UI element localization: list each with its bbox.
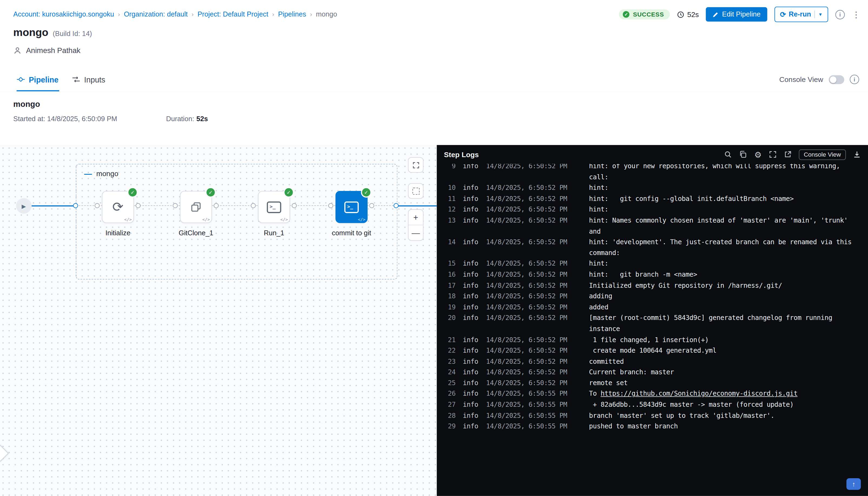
breadcrumb-pipelines[interactable]: Pipelines (278, 11, 306, 18)
log-line-number: 19 (448, 302, 456, 313)
log-download-icon[interactable] (853, 151, 861, 158)
log-timestamp: 14/8/2025, 6:50:52 PM (486, 280, 581, 291)
collapse-stage-icon[interactable]: — (84, 170, 92, 177)
log-level (463, 226, 479, 237)
log-row: 20info14/8/2025, 6:50:52 PM[master (root… (437, 313, 868, 324)
marquee-icon (412, 187, 420, 195)
clock-icon (677, 11, 685, 18)
info-icon[interactable]: i (835, 10, 845, 19)
log-level (463, 172, 479, 183)
log-row: and (437, 226, 868, 237)
log-level: info (463, 291, 479, 302)
log-line-number: 22 (448, 345, 456, 356)
breadcrumb-project[interactable]: Project: Default Project (198, 11, 268, 18)
tab-inputs[interactable]: Inputs (72, 67, 105, 91)
rerun-button[interactable]: ⟳ Re-run ▼ (774, 7, 828, 22)
log-link[interactable]: https://github.com/Sonichigo/economy-dis… (601, 390, 797, 398)
zoom-controls: + — (408, 209, 423, 241)
scroll-to-top-button[interactable]: ↑ (846, 478, 861, 490)
log-message: hint: of your new repositories, which wi… (589, 164, 840, 172)
canvas-select-button[interactable] (408, 183, 423, 199)
log-level (463, 248, 479, 259)
user-avatar-icon (13, 47, 22, 55)
author-name: Animesh Pathak (26, 47, 80, 55)
log-timestamp: 14/8/2025, 6:50:52 PM (486, 335, 581, 345)
console-view-button[interactable]: Console View (799, 149, 846, 160)
stage-name: mongo (13, 99, 40, 108)
node-label: GitClone_1 (171, 229, 221, 237)
status-label: SUCCESS (633, 11, 664, 18)
log-search-icon[interactable] (724, 151, 732, 158)
log-body[interactable]: 9info14/8/2025, 6:50:52 PMhint: of your … (437, 164, 868, 496)
console-view-toggle[interactable] (829, 75, 844, 84)
log-open-external-icon[interactable] (784, 151, 792, 158)
log-line-number: 27 (448, 400, 456, 410)
console-view-info-icon[interactable]: i (850, 75, 859, 84)
log-message: command: (589, 248, 620, 259)
stage-group-label: — mongo (84, 169, 118, 178)
toggle-knob (830, 76, 837, 83)
log-level: info (463, 410, 479, 421)
step-logs-panel: Step Logs ⚙ Console View (437, 145, 868, 496)
log-fullscreen-icon[interactable] (769, 151, 777, 158)
log-lines: 9info14/8/2025, 6:50:52 PMhint: of your … (437, 164, 868, 432)
pipeline-node-initialize[interactable]: ✓ ⟳ </> Initialize (93, 191, 143, 237)
code-icon: </> (124, 217, 132, 222)
log-line-number: 21 (448, 335, 456, 345)
left-drawer-handle[interactable] (0, 445, 9, 462)
pipeline-node-commit-to-git[interactable]: ✓ >_ </> commit to git (326, 191, 376, 237)
log-timestamp: 14/8/2025, 6:50:52 PM (486, 237, 581, 248)
code-icon: </> (280, 217, 288, 222)
log-row: 14info14/8/2025, 6:50:52 PMhint: 'develo… (437, 237, 868, 248)
canvas-fullscreen-button[interactable] (408, 157, 423, 173)
log-message: committed (589, 356, 624, 367)
success-check-icon: ✓ (623, 11, 630, 18)
step-success-icon: ✓ (128, 188, 137, 197)
log-line-number: 16 (448, 270, 456, 280)
log-row: 9info14/8/2025, 6:50:52 PMhint: of your … (437, 164, 868, 172)
log-row: command: (437, 248, 868, 259)
breadcrumb-account[interactable]: Account: kurosakiichigo.songoku (13, 11, 114, 18)
log-message: instance (589, 324, 620, 335)
log-row: instance (437, 324, 868, 335)
log-message: hint: 'development'. The just-created br… (589, 237, 852, 248)
stage-group-name: mongo (96, 169, 118, 178)
tab-pipeline[interactable]: Pipeline (16, 67, 59, 91)
pipeline-start-node[interactable]: ▶ (16, 198, 31, 214)
log-level: info (463, 421, 479, 432)
log-line-number: 12 (448, 204, 456, 215)
zoom-out-button[interactable]: — (408, 225, 423, 240)
log-copy-icon[interactable] (739, 151, 747, 158)
initialize-icon: ⟳ (112, 200, 123, 214)
log-row: 16info14/8/2025, 6:50:52 PMhint: git bra… (437, 270, 868, 280)
node-label: commit to git (326, 229, 376, 237)
log-timestamp: 14/8/2025, 6:50:52 PM (486, 204, 581, 215)
edit-pipeline-button[interactable]: Edit Pipeline (706, 7, 767, 22)
breadcrumb-separator: › (272, 11, 274, 18)
log-timestamp: 14/8/2025, 6:50:52 PM (486, 345, 581, 356)
log-level (463, 324, 479, 335)
header-actions: ✓ SUCCESS 52s Edit Pipeline ⟳ Re-run ▼ i… (619, 7, 860, 22)
log-timestamp: 14/8/2025, 6:50:52 PM (486, 259, 581, 269)
pipeline-node-run[interactable]: ✓ >_ </> Run_1 (249, 191, 299, 237)
log-message: call: (589, 172, 608, 183)
tab-pipeline-label: Pipeline (29, 75, 59, 84)
log-row: 21info14/8/2025, 6:50:52 PM 1 file chang… (437, 335, 868, 345)
log-timestamp (486, 324, 581, 335)
expand-icon (412, 161, 420, 169)
chevron-down-icon[interactable]: ▼ (818, 12, 823, 17)
terminal-icon: >_ (344, 201, 359, 213)
log-message: hint: Names commonly chosen instead of '… (589, 215, 848, 226)
zoom-in-button[interactable]: + (408, 210, 423, 225)
pipeline-node-gitclone[interactable]: ✓ </> GitClone_1 (171, 191, 221, 237)
log-settings-icon[interactable]: ⚙ (754, 150, 762, 159)
log-row: 22info14/8/2025, 6:50:52 PM create mode … (437, 345, 868, 356)
tab-inputs-label: Inputs (84, 75, 105, 84)
log-timestamp (486, 248, 581, 259)
breadcrumb-organization[interactable]: Organization: default (124, 11, 188, 18)
more-options-icon[interactable]: ⋮ (852, 10, 861, 19)
pipeline-canvas[interactable]: — mongo ▶ ✓ ⟳ </> (0, 145, 437, 496)
log-level: info (463, 259, 479, 269)
log-message-text: To (589, 390, 601, 398)
log-message: pushed to master branch (589, 421, 678, 432)
